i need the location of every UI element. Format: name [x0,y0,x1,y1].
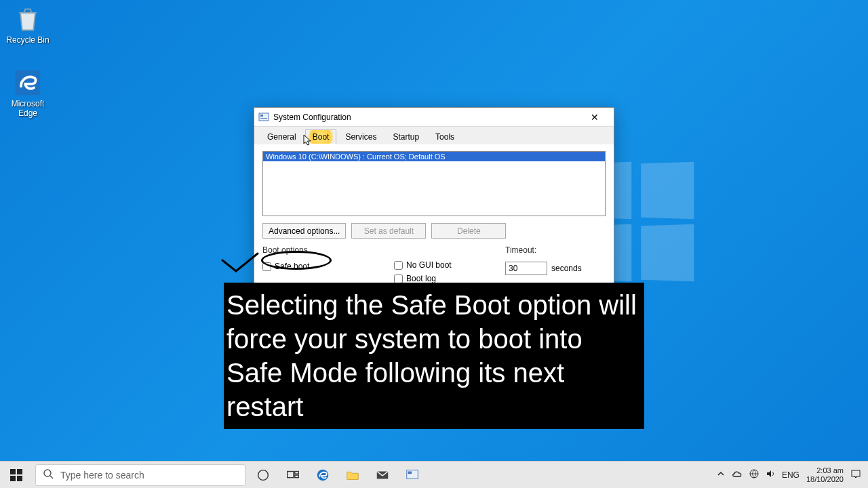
taskbar-search[interactable]: Type here to search [35,464,245,486]
tab-services[interactable]: Services [338,129,384,144]
safe-boot-label: Safe boot [275,262,309,271]
dialog-title: System Configuration [273,113,351,122]
set-default-button: Set as default [351,223,426,239]
close-icon: ✕ [591,112,599,123]
os-list[interactable]: Windows 10 (C:\WINDOWS) : Current OS; De… [262,151,606,216]
svg-rect-3 [260,118,267,119]
volume-icon[interactable] [766,469,775,481]
edge-desktop-icon[interactable]: Microsoft Edge [3,68,53,118]
task-view-icon [285,468,300,483]
start-button[interactable] [0,462,33,489]
cortana-button[interactable] [248,462,278,489]
boot-options-label: Boot options [262,245,384,255]
edge-label: Microsoft Edge [3,99,53,118]
taskbar: Type here to search ENG 2:03 am 1 [0,461,868,488]
language-indicator[interactable]: ENG [782,470,800,480]
timeout-input[interactable] [505,262,547,275]
svg-point-8 [44,470,51,476]
recycle-bin-label: Recycle Bin [6,35,49,45]
svg-line-9 [50,476,53,479]
tray-chevron-up-icon[interactable] [717,470,725,480]
instruction-caption: Selecting the Safe Boot option will forc… [224,283,644,429]
task-view-button[interactable] [278,462,308,489]
recycle-bin-icon [13,4,43,34]
advanced-options-button[interactable]: Advanced options... [262,223,346,239]
dialog-titlebar[interactable]: System Configuration ✕ [254,108,614,127]
taskbar-explorer[interactable] [338,462,368,489]
folder-icon [345,468,360,483]
tab-tools[interactable]: Tools [428,129,462,144]
svg-rect-6 [10,476,16,481]
taskbar-edge[interactable] [308,462,338,489]
boot-log-checkbox[interactable] [394,274,403,283]
recycle-bin-desktop-icon[interactable]: Recycle Bin [3,4,53,45]
no-gui-boot-row[interactable]: No GUI boot [394,260,496,270]
tab-boot[interactable]: Boot [305,129,337,144]
taskbar-msconfig[interactable] [397,462,427,489]
delete-button: Delete [431,223,506,239]
no-gui-boot-label: No GUI boot [406,260,452,270]
onedrive-icon[interactable] [732,470,743,480]
windows-logo-icon [10,469,22,481]
dialog-tabs: General Boot Services Startup Tools [254,127,614,144]
safe-boot-row[interactable]: Safe boot [262,262,384,271]
taskbar-clock[interactable]: 2:03 am 18/10/2020 [806,466,844,484]
circle-icon [256,468,271,483]
tab-general[interactable]: General [260,129,304,144]
clock-date: 18/10/2020 [806,475,844,484]
svg-rect-1 [259,113,269,121]
clock-time: 2:03 am [816,466,844,475]
svg-rect-4 [10,469,16,474]
timeout-unit: seconds [551,264,582,273]
boot-log-row[interactable]: Boot log [394,274,496,283]
safe-boot-checkbox[interactable] [262,262,271,271]
svg-rect-7 [17,476,22,481]
msconfig-icon [405,468,420,483]
edge-icon [13,68,43,98]
system-tray: ENG 2:03 am 18/10/2020 [710,466,868,484]
boot-log-label: Boot log [406,274,436,283]
svg-rect-13 [295,475,299,478]
svg-rect-17 [408,471,412,474]
os-list-item[interactable]: Windows 10 (C:\WINDOWS) : Current OS; De… [263,152,605,161]
svg-rect-12 [295,471,299,474]
svg-rect-5 [17,469,22,474]
mail-icon [375,468,390,483]
timeout-label: Timeout: [505,245,606,255]
search-placeholder: Type here to search [60,470,144,481]
system-configuration-dialog: System Configuration ✕ General Boot Serv… [254,107,614,293]
taskbar-mail[interactable] [368,462,397,489]
tab-startup[interactable]: Startup [385,129,427,144]
svg-rect-2 [260,115,263,117]
msconfig-icon [258,112,269,123]
svg-point-10 [258,470,269,480]
search-icon [43,468,54,481]
svg-rect-11 [288,471,294,477]
edge-icon [315,468,330,483]
close-button[interactable]: ✕ [580,108,610,126]
no-gui-boot-checkbox[interactable] [394,261,403,270]
svg-rect-19 [852,470,860,476]
network-icon[interactable] [749,469,759,481]
notifications-icon[interactable] [850,469,861,481]
